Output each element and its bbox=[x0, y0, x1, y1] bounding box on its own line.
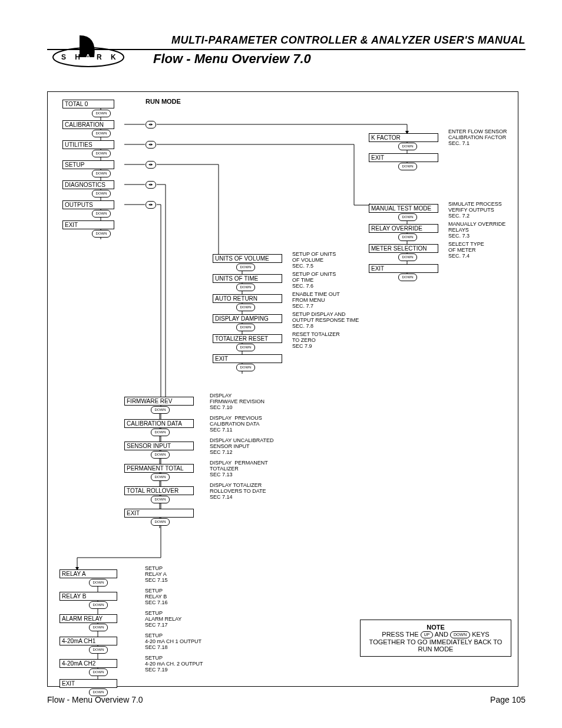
diag-total-rollover-desc: DISPLAY TOTALIZER ROLLOVERS TO DATE SEC … bbox=[210, 482, 266, 500]
manual-title: MULTI-PARAMETER CONTROLLER & ANALYZER US… bbox=[47, 34, 525, 47]
cal-kfactor-desc: ENTER FLOW SENSOR CALIBRATION FACTOR SEC… bbox=[448, 129, 507, 146]
down-button[interactable]: DOWN bbox=[236, 263, 255, 271]
down-button[interactable]: DOWN bbox=[236, 364, 255, 371]
out-relay-a: RELAY A bbox=[59, 569, 117, 578]
menu-setup: SETUP bbox=[62, 160, 114, 169]
diag-sensor-input: SENSOR INPUT bbox=[124, 442, 194, 450]
down-button[interactable]: DOWN bbox=[398, 274, 417, 281]
down-button[interactable]: DOWN bbox=[92, 110, 111, 117]
util-manual-test: MANUAL TEST MODE bbox=[369, 204, 438, 213]
out-relay-b: RELAY B bbox=[59, 592, 117, 601]
setup-display-damping: DISPLAY DAMPING bbox=[213, 314, 282, 323]
down-button[interactable]: DOWN bbox=[89, 579, 108, 587]
down-button[interactable]: DOWN bbox=[92, 130, 111, 137]
out-420ma-ch2-desc: SETUP 4-20 mA CH. 2 OUTPUT SEC 7.19 bbox=[145, 655, 203, 673]
note-line1: PRESS THE UP AND DOWN KEYS bbox=[366, 631, 505, 638]
down-key-icon: DOWN bbox=[450, 631, 470, 638]
enter-button[interactable]: ◂▸ bbox=[146, 141, 156, 149]
note-line3: RUN MODE bbox=[366, 645, 505, 653]
down-button[interactable]: DOWN bbox=[92, 150, 111, 157]
setup-auto-return: AUTO RETURN bbox=[213, 294, 282, 303]
out-420ma-ch1-desc: SETUP 4-20 mA CH 1 OUTPUT SEC 7.18 bbox=[145, 633, 201, 650]
menu-total: TOTAL 0 bbox=[62, 100, 114, 108]
page-header: MULTI-PARAMETER CONTROLLER & ANALYZER US… bbox=[47, 34, 525, 67]
footer-right: Page 105 bbox=[490, 695, 525, 704]
setup-units-time: UNITS OF TIME bbox=[213, 274, 282, 283]
down-button[interactable]: DOWN bbox=[398, 163, 417, 170]
setup-units-volume: UNITS OF VOLUME bbox=[213, 254, 282, 263]
out-alarm-relay: ALARM RELAY bbox=[59, 614, 117, 623]
out-relay-a-desc: SETUP RELAY A SEC 7.15 bbox=[145, 565, 168, 583]
cal-exit: EXIT bbox=[369, 153, 438, 162]
menu-utilities: UTILITIES bbox=[62, 140, 114, 149]
diag-firmware-rev: FIRMWARE REV bbox=[124, 397, 194, 406]
menu-outputs: OUTPUTS bbox=[62, 200, 114, 209]
menu-diagram: RUN MODE TOTAL 0 DOWN CALIBRATION DOWN ◂… bbox=[47, 91, 518, 687]
down-button[interactable]: DOWN bbox=[92, 210, 111, 218]
down-button[interactable]: DOWN bbox=[151, 451, 170, 459]
out-420ma-ch1: 4-20mA CH1 bbox=[59, 637, 117, 645]
out-alarm-relay-desc: SETUP ALARM RELAY SEC 7.17 bbox=[145, 610, 181, 628]
down-button[interactable]: DOWN bbox=[92, 190, 111, 197]
down-button[interactable]: DOWN bbox=[89, 646, 108, 654]
diag-total-rollover: TOTAL ROLLOVER bbox=[124, 486, 194, 495]
out-exit: EXIT bbox=[59, 679, 117, 688]
note-box: NOTE PRESS THE UP AND DOWN KEYS TOGETHER… bbox=[360, 620, 511, 657]
out-420ma-ch2: 4-20mA CH2 bbox=[59, 659, 117, 668]
setup-exit: EXIT bbox=[213, 354, 282, 363]
enter-button[interactable]: ◂▸ bbox=[146, 121, 156, 129]
setup-totalizer-reset-desc: RESET TOTALIZER TO ZERO SEC 7.9 bbox=[292, 331, 340, 349]
down-button[interactable]: DOWN bbox=[398, 253, 417, 261]
down-button[interactable]: DOWN bbox=[236, 324, 255, 331]
diag-permanent-total-desc: DISPLAY PERMANENT TOTALIZER SEC 7.13 bbox=[210, 460, 268, 477]
diag-calibration-data-desc: DISPLAY PREVIOUS CALIBRATION DATA SEC 7.… bbox=[210, 415, 262, 433]
menu-exit: EXIT bbox=[62, 220, 114, 229]
diag-calibration-data: CALIBRATION DATA bbox=[124, 419, 194, 428]
cal-kfactor: K FACTOR bbox=[369, 133, 438, 142]
setup-display-damping-desc: SETUP DISPLAY AND OUTPUT RESPONSE TIME S… bbox=[292, 311, 359, 329]
down-button[interactable]: DOWN bbox=[236, 304, 255, 311]
setup-units-time-desc: SETUP OF UNITS OF TIME SEC. 7.6 bbox=[292, 271, 336, 289]
util-meter-selection-desc: SELECT TYPE OF METER SEC. 7.4 bbox=[448, 241, 484, 259]
setup-units-volume-desc: SETUP OF UNITS OF VOLUME SEC. 7.5 bbox=[292, 251, 336, 269]
diag-permanent-total: PERMANENT TOTAL bbox=[124, 464, 194, 473]
down-button[interactable]: DOWN bbox=[89, 624, 108, 631]
down-button[interactable]: DOWN bbox=[398, 143, 417, 150]
diag-exit: EXIT bbox=[124, 509, 194, 518]
diag-sensor-input-desc: DISPLAY UNCALIBRATED SENSOR INPUT SEC 7.… bbox=[210, 437, 274, 455]
diag-firmware-rev-desc: DISPLAY FIRMWAVE REVISION SEC 7.10 bbox=[210, 393, 265, 410]
down-button[interactable]: DOWN bbox=[89, 668, 108, 676]
down-button[interactable]: DOWN bbox=[151, 496, 170, 503]
down-button[interactable]: DOWN bbox=[89, 601, 108, 609]
enter-button[interactable]: ◂▸ bbox=[146, 161, 156, 169]
util-relay-override-desc: MANUALLY OVERRIDE RELAYS SEC. 7.3 bbox=[448, 221, 505, 239]
down-button[interactable]: DOWN bbox=[236, 284, 255, 291]
down-button[interactable]: DOWN bbox=[398, 213, 417, 221]
setup-totalizer-reset: TOTALIZER RESET bbox=[213, 334, 282, 343]
util-meter-selection: METER SELECTION bbox=[369, 244, 438, 253]
down-button[interactable]: DOWN bbox=[398, 233, 417, 241]
out-relay-b-desc: SETUP RELAY B SEC 7.16 bbox=[145, 588, 168, 605]
footer-left: Flow - Menu Overview 7.0 bbox=[47, 695, 143, 704]
page-footer: Flow - Menu Overview 7.0 Page 105 bbox=[47, 695, 525, 704]
note-title: NOTE bbox=[366, 624, 505, 631]
down-button[interactable]: DOWN bbox=[151, 429, 170, 436]
header-rule bbox=[47, 49, 525, 50]
menu-diagnostics: DIAGNOSTICS bbox=[62, 180, 114, 189]
section-title: Flow - Menu Overview 7.0 bbox=[153, 51, 525, 67]
enter-button[interactable]: ◂▸ bbox=[146, 201, 156, 209]
down-button[interactable]: DOWN bbox=[151, 406, 170, 414]
down-button[interactable]: DOWN bbox=[92, 170, 111, 177]
enter-button[interactable]: ◂▸ bbox=[146, 181, 156, 189]
down-button[interactable]: DOWN bbox=[151, 473, 170, 481]
down-button[interactable]: DOWN bbox=[92, 230, 111, 238]
down-button[interactable]: DOWN bbox=[151, 518, 170, 526]
up-key-icon: UP bbox=[421, 631, 434, 638]
down-button[interactable]: DOWN bbox=[236, 344, 255, 351]
util-exit: EXIT bbox=[369, 264, 438, 273]
setup-auto-return-desc: ENABLE TIME OUT FROM MENU SEC. 7.7 bbox=[292, 291, 340, 309]
run-mode-label: RUN MODE bbox=[146, 98, 181, 105]
note-line2: TOGETHER TO GO IMMEDIATELY BACK TO bbox=[366, 638, 505, 645]
menu-calibration: CALIBRATION bbox=[62, 120, 114, 129]
util-manual-test-desc: SIMULATE PROCESS VERIFY OUTPUTS SEC. 7.2 bbox=[448, 201, 502, 219]
